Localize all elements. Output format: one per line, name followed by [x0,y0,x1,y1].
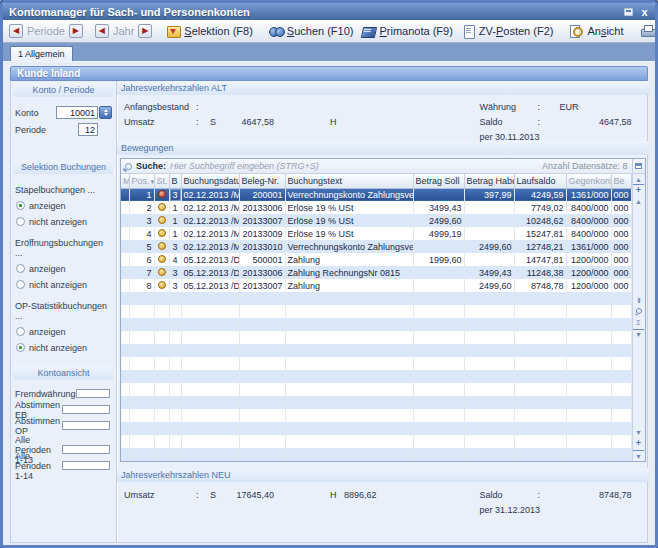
column-select-button[interactable] [633,159,645,174]
titlebar: Kontomanager für Sach- und Personenkonte… [3,3,655,20]
radio-eroeffnung-nicht-anzeigen[interactable]: nicht anzeigen [15,279,112,290]
col-m[interactable]: M [121,174,129,188]
grid-search-bar[interactable]: Suche: Hier Suchbegriff eingeben (STRG+S… [121,159,632,174]
empty-row [121,292,631,305]
radio-icon [16,327,25,336]
jvz-neu-block: Umsatz : S 17645,40 H 8896,62 Saldo : 87… [120,482,646,532]
col-betrag-soll[interactable]: Betrag Soll [413,174,464,188]
radio-stapel-anzeigen[interactable]: anzeigen [15,200,112,211]
radio-op-anzeigen[interactable]: anzeigen [15,326,112,337]
empty-row [121,383,631,396]
umsatz-alt-soll: 4647,58 [222,117,274,127]
periode-nav: ◀ Periode ▶ [7,24,85,38]
content-area: Kunde Inland Konto / Periode Konto Perio… [3,61,655,545]
close-button[interactable]: x [638,6,651,18]
col-b[interactable]: B [169,174,181,188]
sum-button[interactable]: Σ [633,317,644,328]
restore-icon [624,8,633,16]
section-konto-periode: Konto / Periode [14,83,113,97]
checkbox-abstimmen-eb[interactable]: Abstimmen EB [15,404,112,415]
col-laufsaldo[interactable]: Laufsaldo [514,174,566,188]
bookings-table: M Pos.▼ St. B Buchungsdatum Beleg-Nr. Bu… [121,174,632,461]
saldo-alt-label: Saldo [480,117,538,127]
selektion-icon [166,24,181,38]
crosshair-icon: + [636,439,641,448]
sum-icon: Σ [636,319,640,326]
zv-posten-button[interactable]: ZV-Posten (F2) [457,22,558,40]
checkbox-icon [76,389,110,398]
checkbox-fremdwaehrung[interactable]: Fremdwährung [15,388,112,399]
waehrung-label: Währung [480,102,538,112]
goto-record-button[interactable]: + [633,438,644,449]
radio-op-nicht-anzeigen[interactable]: nicht anzeigen [15,342,112,353]
table-row[interactable]: 7 3 05.12.2013 /Do 20133006 Zahlung Rech… [121,266,631,279]
col-beleg-nr[interactable]: Beleg-Nr. [239,174,285,188]
grid-side-toolbar: ▲ + ▲ ||| Σ ▼ ▼ + ▼ [632,159,645,461]
table-row[interactable]: 5 3 02.12.2013 /Mo 20133010 Verrechnungs… [121,240,631,253]
col-buchungsdatum[interactable]: Buchungsdatum [181,174,239,188]
checkbox-abstimmen-op[interactable]: Abstimmen OP [15,420,112,431]
checkbox-alle-perioden-1-14[interactable]: Alle Perioden 1-14 [15,460,112,471]
tab-allgemein[interactable]: 1 Allgemein [10,46,73,61]
col-st[interactable]: St. [154,174,169,188]
empty-row [121,305,631,318]
tab-strip: 1 Allgemein [3,43,655,61]
table-row[interactable]: 6 4 05.12.2013 /Do 500001 Zahlung 1999,6… [121,253,631,266]
radio-stapel-nicht-anzeigen[interactable]: nicht anzeigen [15,216,112,227]
column-chooser-button[interactable]: ||| [633,295,644,306]
saldo-neu-label: Saldo [480,490,538,500]
restore-button[interactable] [622,6,635,18]
status-icon [158,190,166,198]
konto-input[interactable] [56,106,98,119]
col-buchungstext[interactable]: Buchungstext [285,174,413,188]
empty-row [121,422,631,435]
scroll-bottom-button[interactable]: ▼ [633,450,644,461]
table-row[interactable]: 3 1 02.12.2013 /Mo 20133007 Erlöse 19 % … [121,214,631,227]
radio-eroeffnung-anzeigen[interactable]: anzeigen [15,263,112,274]
col-be[interactable]: Be [611,174,631,188]
konto-spinner[interactable] [99,106,112,119]
empty-row [121,357,631,370]
radio-icon [16,264,25,273]
goto-end-button[interactable]: ▼ [633,329,644,340]
col-pos[interactable]: Pos.▼ [129,174,154,188]
section-jvz-neu: Jahresverkehrszahlen NEU [117,468,649,482]
umsatz-neu-label: Umsatz [124,490,196,500]
table-row[interactable]: 8 3 05.12.2013 /Do 20133007 Zahlung 2499… [121,279,631,292]
scroll-up-button[interactable]: ▲ [633,196,644,207]
status-icon [158,268,166,276]
scroll-top-button[interactable]: ▲ [633,174,644,185]
radio-icon [16,280,25,289]
periode-next-button[interactable]: ▶ [69,24,83,38]
bookings-grid: Suche: Hier Suchbegriff eingeben (STRG+S… [120,158,646,462]
table-row[interactable]: 1 3 02.12.2013 /Mo 200001 Verrechnungsko… [121,188,631,201]
periode-prev-button[interactable]: ◀ [9,24,23,38]
selektion-button[interactable]: Selektion (F8) [162,22,256,40]
primanota-button[interactable]: Primanota (F9) [357,22,456,40]
search-icon [125,163,132,170]
status-icon [158,216,166,224]
jahr-next-button[interactable]: ▶ [138,24,152,38]
table-row[interactable]: 2 1 02.12.2013 /Mo 20133006 Erlöse 19 % … [121,201,631,214]
periode-label: Periode [25,25,67,37]
col-gegenkonto[interactable]: Gegenkonto [566,174,611,188]
table-row[interactable]: 4 1 02.12.2013 /Mo 20133009 Erlöse 19 % … [121,227,631,240]
grid-search-button[interactable] [633,306,644,317]
empty-row [121,448,631,461]
radio-icon [16,217,25,226]
jahr-prev-button[interactable]: ◀ [95,24,109,38]
suchen-button[interactable]: Suchen (F10) [265,22,358,40]
saldo-neu-value: 8748,78 [560,490,632,500]
empty-row [121,409,631,422]
drucken-button[interactable]: Drucken [636,22,658,40]
periode-input[interactable] [78,123,98,136]
per-date-alt: per 30.11.2013 [480,132,540,142]
scroll-down-button[interactable]: ▼ [633,427,644,438]
empty-row [121,344,631,357]
jvz-alt-block: Anfangsbestand : Umsatz : S 4647,58 H [120,95,646,141]
col-betrag-haben[interactable]: Betrag Haben [464,174,514,188]
empty-row [121,318,631,331]
search-placeholder[interactable]: Hier Suchbegriff eingeben (STRG+S) [170,161,538,171]
ansicht-button[interactable]: Ansicht [565,22,627,40]
goto-record-button[interactable]: + [633,185,644,196]
